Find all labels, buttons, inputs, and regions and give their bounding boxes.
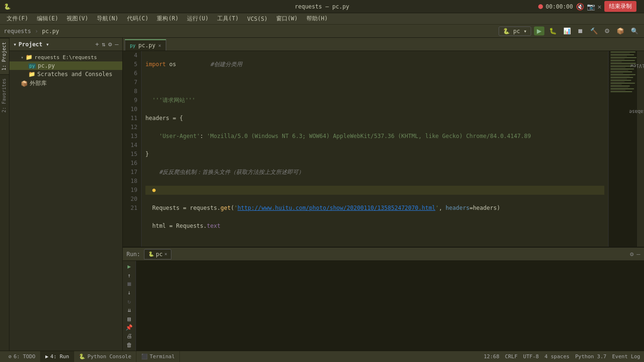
- build-button[interactable]: 🔨: [588, 26, 600, 35]
- recording-time: 00:00:00: [546, 3, 573, 10]
- expand-all-icon[interactable]: ⇅: [102, 41, 106, 48]
- stop-button[interactable]: ⏹: [576, 26, 585, 35]
- run-settings-icon[interactable]: ⚙: [630, 250, 634, 258]
- database-tab[interactable]: Database: [626, 108, 644, 115]
- run-tab-icon: 🐍: [148, 251, 154, 257]
- menu-window[interactable]: 窗口(W): [272, 14, 302, 24]
- tree-item-external-libs[interactable]: 📦 外部库: [9, 78, 122, 88]
- run-play-button[interactable]: ▶: [124, 263, 135, 270]
- tree-label-pcpy: pc.py: [38, 62, 55, 69]
- statusbar-right: 12:68 CRLF UTF-8 4 spaces Python 3.7 Eve…: [483, 353, 640, 360]
- main-layout: 1: Project 2: Favorites ▾ Project ▾ + ⇅ …: [0, 38, 644, 351]
- breadcrumb-requests[interactable]: requests: [4, 28, 31, 34]
- run-minimize-icon[interactable]: —: [636, 250, 640, 258]
- run-tab-pc[interactable]: 🐍 pc ×: [144, 249, 171, 259]
- project-panel: ▾ Project ▾ + ⇅ ⚙ — ▾ 📁 requests E:\requ…: [9, 38, 123, 351]
- mute-icon[interactable]: 🔇: [576, 3, 584, 10]
- minimap: [608, 51, 636, 247]
- statusbar-left: ⊘ 6: TODO ▶ 4: Run 🐍 Python Console ⬛ Te…: [4, 351, 180, 362]
- sidebar-item-favorites[interactable]: 2: Favorites: [0, 74, 9, 116]
- tab-pcpy[interactable]: py pc.py ×: [125, 39, 166, 51]
- search-everywhere-button[interactable]: 🔍: [629, 26, 640, 35]
- add-icon[interactable]: +: [95, 41, 99, 48]
- menu-code[interactable]: 代码(C): [123, 14, 153, 24]
- status-tab-run[interactable]: ▶ 4: Run: [41, 351, 74, 362]
- run-filter-button[interactable]: ▤: [124, 315, 135, 322]
- python-version[interactable]: Python 3.7: [575, 353, 606, 360]
- project-expand-icon: ▾: [13, 41, 17, 48]
- titlebar-right: 00:00:00 🔇 📷 ✕ 结束录制: [534, 0, 640, 13]
- tree-item-scratches[interactable]: 📁 Scratches and Consoles: [9, 70, 122, 78]
- settings-toolbar-button[interactable]: ⚙: [602, 26, 612, 35]
- line-separator[interactable]: CRLF: [505, 353, 518, 360]
- status-tab-terminal[interactable]: ⬛ Terminal: [136, 351, 180, 362]
- todo-icon: ⊘: [8, 353, 12, 360]
- code-editor[interactable]: 4 5 6 7 8 9 10 11 12 13 14 15 16 17 18 1…: [123, 51, 644, 247]
- menu-vcs[interactable]: VCS(S): [244, 15, 271, 23]
- code-content[interactable]: import os #创建分类用 '''请求网站''' headers = { …: [142, 51, 608, 247]
- interpreter-selector[interactable]: 🐍 pc ▾: [499, 26, 531, 36]
- menu-help[interactable]: 帮助(H): [303, 14, 332, 24]
- status-tab-todo[interactable]: ⊘ 6: TODO: [4, 351, 41, 362]
- status-tab-python-console[interactable]: 🐍 Python Console: [74, 351, 136, 362]
- run-button[interactable]: ▶: [534, 26, 544, 35]
- cursor-position[interactable]: 12:68: [483, 353, 499, 360]
- menu-navigate[interactable]: 导航(N): [93, 14, 122, 24]
- debug-button[interactable]: 🐛: [547, 26, 559, 35]
- tree-expand-arrow: ▾: [21, 55, 24, 60]
- titlebar: 🐍 requests – pc.py 00:00:00 🔇 📷 ✕ 结束录制: [0, 0, 644, 13]
- sciview-tab[interactable]: SciView: [627, 62, 644, 69]
- menu-file[interactable]: 文件(F): [3, 14, 32, 24]
- breadcrumb-pcpy[interactable]: pc.py: [42, 28, 59, 34]
- tree-item-pcpy[interactable]: py pc.py: [9, 61, 122, 70]
- run-coverage-button[interactable]: 📊: [561, 26, 573, 35]
- python-console-icon: 🐍: [79, 353, 85, 360]
- tree-item-requests[interactable]: ▾ 📁 requests E:\requests: [9, 53, 122, 61]
- indent-setting[interactable]: 4 spaces: [544, 353, 569, 360]
- project-header: ▾ Project ▾ + ⇅ ⚙ —: [9, 38, 122, 51]
- recording-indicator: 00:00:00 🔇 📷 ✕ 结束录制: [534, 0, 640, 13]
- menu-edit[interactable]: 编辑(E): [33, 14, 62, 24]
- close-recording-icon[interactable]: ✕: [598, 3, 602, 10]
- run-content: ▶ ↑ ⏹ ↓ ↻ ⇊ ▤ 📌 🖨 🗑: [123, 261, 644, 351]
- event-log[interactable]: Event Log: [612, 353, 640, 360]
- gear-icon[interactable]: ⚙: [108, 41, 112, 48]
- tree-label-external-libs: 外部库: [30, 79, 47, 87]
- status-tab-run-label: 4: Run: [51, 353, 69, 360]
- run-up-button[interactable]: ↑: [124, 271, 135, 279]
- run-scroll-button[interactable]: ⇊: [124, 306, 135, 314]
- menu-run[interactable]: 运行(U): [183, 14, 212, 24]
- vertical-left-panel: 1: Project 2: Favorites: [0, 38, 9, 351]
- recording-dot: [538, 4, 543, 9]
- menu-view[interactable]: 视图(V): [63, 14, 92, 24]
- end-recording-button[interactable]: 结束录制: [604, 1, 636, 12]
- run-stop-button[interactable]: ⏹: [124, 280, 135, 288]
- terminal-icon: ⬛: [141, 353, 148, 360]
- line-numbers: 4 5 6 7 8 9 10 11 12 13 14 15 16 17 18 1…: [123, 51, 142, 247]
- window-title: requests – pc.py: [295, 3, 349, 10]
- run-down-button[interactable]: ↓: [124, 289, 135, 296]
- run-tab-close[interactable]: ×: [164, 251, 167, 257]
- sdk-button[interactable]: 📦: [615, 26, 626, 35]
- run-header-left: Run: 🐍 pc ×: [127, 249, 626, 259]
- run-output: [136, 261, 644, 351]
- menu-refactor[interactable]: 重构(R): [153, 14, 182, 24]
- encoding[interactable]: UTF-8: [523, 353, 539, 360]
- external-libs-icon: 📦: [21, 80, 28, 87]
- run-panel: Run: 🐍 pc × ⚙ — ▶ ↑ ⏹ ↓: [123, 247, 644, 351]
- app-icon: 🐍: [4, 3, 11, 10]
- menu-tools[interactable]: 工具(T): [213, 14, 243, 24]
- py-icon: py: [28, 63, 36, 69]
- run-print-button[interactable]: 🖨: [124, 332, 135, 340]
- run-label: Run:: [127, 251, 140, 258]
- tab-close-icon[interactable]: ×: [158, 43, 161, 48]
- breadcrumb-separator: ›: [35, 28, 38, 34]
- run-clear-button[interactable]: 🗑: [124, 341, 135, 349]
- run-rerun-button[interactable]: ↻: [124, 298, 135, 305]
- minimize-panel-icon[interactable]: —: [115, 41, 119, 48]
- run-header: Run: 🐍 pc × ⚙ —: [123, 248, 644, 261]
- sidebar-item-project[interactable]: 1: Project: [0, 38, 9, 74]
- mute-cam-icon[interactable]: 📷: [587, 3, 595, 10]
- project-header-actions: + ⇅ ⚙ —: [95, 41, 119, 48]
- run-pin-button[interactable]: 📌: [124, 324, 135, 331]
